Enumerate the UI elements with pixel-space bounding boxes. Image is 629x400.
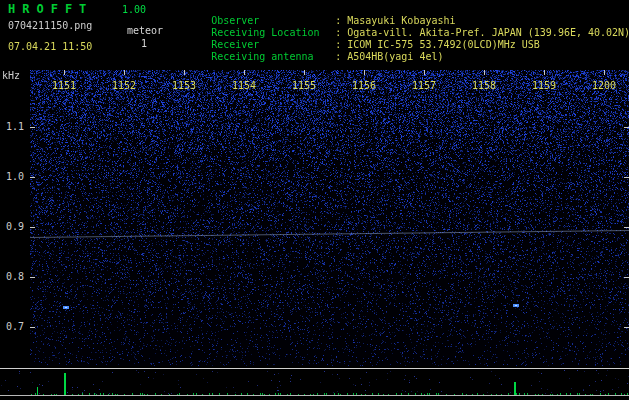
info-value: : A504HB(yagi 4el) — [335, 51, 443, 62]
info-label: Receiving Location — [211, 27, 335, 39]
freq-tick-label: 0.7 — [6, 322, 24, 332]
mode-label: meteor — [127, 26, 163, 36]
meteor-count: 1 — [141, 39, 147, 49]
freq-tick-label: 0.9 — [6, 222, 24, 232]
info-value: : ICOM IC-575 53.7492(0LCD)MHz USB — [335, 39, 540, 50]
time-tick-label: 1155 — [292, 81, 316, 91]
freq-tick-label: 1.1 — [6, 122, 24, 132]
time-tick-label: 1159 — [532, 81, 556, 91]
info-label: Receiver — [211, 39, 335, 51]
signal-level-strip-canvas — [0, 366, 629, 400]
spectrogram-canvas — [30, 70, 629, 366]
station-info-panel: Observer: Masayuki Kobayashi Receiving L… — [175, 3, 629, 51]
info-value: : Masayuki Kobayashi — [335, 15, 455, 26]
time-tick-label: 1151 — [52, 81, 76, 91]
time-tick-label: 1157 — [412, 81, 436, 91]
info-row-observer: Observer: Masayuki Kobayashi — [175, 3, 629, 15]
time-tick-label: 1153 — [172, 81, 196, 91]
time-tick-label: 1156 — [352, 81, 376, 91]
app-version: 1.00 — [122, 5, 146, 15]
hrofft-output-window: HROFFT 1.00 0704211150.png meteor 1 07.0… — [0, 0, 629, 400]
time-tick-label: 1200 — [592, 81, 616, 91]
time-tick-label: 1158 — [472, 81, 496, 91]
info-label: Receiving antenna — [211, 51, 335, 63]
time-tick-label: 1154 — [232, 81, 256, 91]
freq-tick-label: 1.0 — [6, 172, 24, 182]
info-value: : Ogata-vill. Akita-Pref. JAPAN (139.96E… — [335, 27, 629, 38]
time-tick-label: 1152 — [112, 81, 136, 91]
datetime-label: 07.04.21 11:50 — [8, 42, 92, 52]
freq-axis-unit: kHz — [2, 71, 20, 81]
info-label: Observer — [211, 15, 335, 27]
app-title: HROFFT — [8, 3, 93, 15]
freq-tick-label: 0.8 — [6, 272, 24, 282]
output-filename: 0704211150.png — [8, 21, 92, 31]
